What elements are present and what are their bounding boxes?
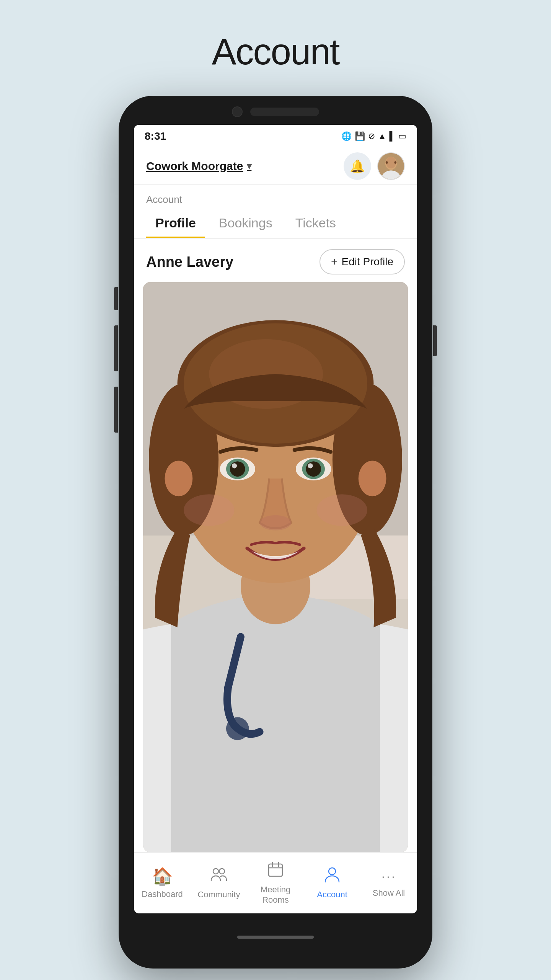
no-disturb-icon: ⊘	[368, 131, 375, 141]
nav-item-meeting-rooms[interactable]: Meeting Rooms	[247, 861, 304, 905]
svg-point-29	[317, 494, 367, 526]
sd-card-icon: 💾	[355, 131, 365, 141]
nav-label-account: Account	[317, 890, 347, 900]
edit-profile-label: Edit Profile	[342, 256, 393, 268]
side-button-vol-down	[114, 387, 118, 433]
tab-profile[interactable]: Profile	[146, 209, 205, 238]
battery-icon: ▭	[398, 131, 406, 141]
workspace-label: Cowork Moorgate	[146, 160, 243, 173]
tabs-row: Profile Bookings Tickets	[134, 209, 417, 238]
chevron-down-icon: ▾	[247, 161, 251, 172]
home-indicator	[237, 936, 314, 939]
edit-profile-button[interactable]: + Edit Profile	[320, 249, 405, 274]
nav-label-show-all: Show All	[373, 888, 405, 898]
bell-icon: 🔔	[350, 159, 365, 173]
phone-shell: 8:31 🌐 💾 ⊘ ▲ ▌ ▭ Cowork Moorgate ▾ 🔔	[119, 96, 432, 969]
tab-tickets[interactable]: Tickets	[286, 209, 345, 238]
dashboard-icon: 🏠	[152, 866, 173, 886]
svg-point-33	[329, 868, 336, 875]
globe-icon: 🌐	[341, 131, 352, 141]
user-avatar[interactable]	[377, 152, 405, 180]
svg-point-31	[219, 869, 225, 874]
phone-top-bar	[119, 96, 432, 117]
tab-bookings[interactable]: Bookings	[210, 209, 282, 238]
nav-item-account[interactable]: Account	[304, 866, 360, 900]
svg-point-28	[184, 494, 234, 526]
page-title: Account	[212, 31, 339, 73]
nav-item-community[interactable]: Community	[191, 866, 247, 900]
nav-item-show-all[interactable]: ··· Show All	[360, 868, 417, 898]
notifications-button[interactable]: 🔔	[344, 152, 371, 180]
workspace-selector[interactable]: Cowork Moorgate ▾	[146, 160, 251, 173]
wifi-icon: ▲	[378, 131, 386, 141]
nav-right-controls: 🔔	[344, 152, 405, 180]
side-button-mute	[114, 287, 118, 310]
side-button-vol-up	[114, 325, 118, 371]
status-time: 8:31	[145, 130, 166, 142]
status-icons: 🌐 💾 ⊘ ▲ ▌ ▭	[341, 131, 406, 141]
phone-bottom	[237, 913, 314, 969]
svg-point-22	[232, 463, 237, 468]
svg-point-18	[359, 461, 386, 497]
bottom-nav: 🏠 Dashboard Community	[134, 852, 417, 913]
svg-rect-32	[269, 864, 282, 876]
profile-photo	[143, 282, 408, 852]
top-nav: Cowork Moorgate ▾ 🔔	[134, 148, 417, 185]
meeting-rooms-icon	[267, 861, 284, 882]
community-icon	[210, 866, 227, 887]
svg-point-25	[306, 461, 321, 477]
signal-icon: ▌	[389, 131, 395, 141]
svg-point-17	[165, 461, 192, 497]
profile-photo-container	[143, 282, 408, 852]
speaker	[250, 108, 319, 116]
profile-name: Anne Lavery	[146, 254, 233, 270]
side-button-power	[433, 325, 437, 356]
svg-point-3	[386, 161, 388, 164]
show-all-icon: ···	[381, 868, 396, 885]
nav-label-meeting-rooms: Meeting Rooms	[261, 885, 290, 905]
status-bar: 8:31 🌐 💾 ⊘ ▲ ▌ ▭	[134, 125, 417, 148]
account-icon	[324, 866, 341, 887]
nav-label-community: Community	[197, 890, 240, 900]
svg-point-9	[226, 717, 249, 740]
svg-point-26	[308, 463, 313, 468]
profile-header: Anne Lavery + Edit Profile	[134, 238, 417, 282]
nav-item-dashboard[interactable]: 🏠 Dashboard	[134, 866, 191, 899]
svg-point-21	[230, 461, 245, 477]
svg-point-30	[213, 869, 218, 874]
phone-screen: 8:31 🌐 💾 ⊘ ▲ ▌ ▭ Cowork Moorgate ▾ 🔔	[134, 125, 417, 913]
profile-section: Anne Lavery + Edit Profile	[134, 238, 417, 852]
nav-label-dashboard: Dashboard	[142, 889, 183, 899]
front-camera	[232, 106, 243, 117]
plus-icon: +	[331, 255, 338, 268]
account-section-label: Account	[134, 185, 417, 209]
svg-point-4	[395, 161, 397, 164]
svg-point-27	[260, 515, 292, 531]
